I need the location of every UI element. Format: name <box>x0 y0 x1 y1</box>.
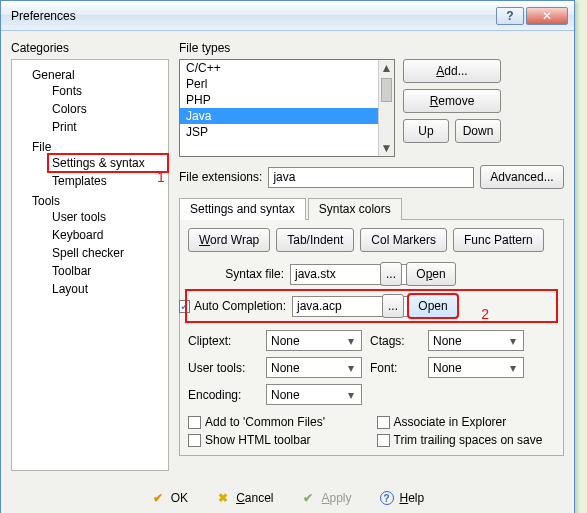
file-type-item[interactable]: Java <box>180 108 378 124</box>
annotation-2: 2 <box>481 306 489 322</box>
chevron-down-icon: ▾ <box>343 333 359 348</box>
titlebar-close-button[interactable]: ✕ <box>526 7 568 25</box>
tab-indent-button[interactable]: Tab/Indent <box>276 228 354 252</box>
tree-item-settings-syntax[interactable]: Settings & syntax <box>48 154 168 172</box>
associate-checkbox[interactable] <box>377 416 390 429</box>
up-button[interactable]: Up <box>403 119 449 143</box>
user-tools-select[interactable]: None▾ <box>266 357 362 378</box>
auto-completion-checkbox[interactable] <box>179 300 190 313</box>
tree-item-user-tools[interactable]: User tools <box>48 208 168 226</box>
html-toolbar-label: Show HTML toolbar <box>205 433 311 447</box>
settings-pane: Word Wrap Tab/Indent Col Markers Func Pa… <box>179 220 564 456</box>
associate-label: Associate in Explorer <box>394 415 507 429</box>
cliptext-label: Cliptext: <box>188 334 258 348</box>
dialog-footer: ✔OK ✖Cancel ✔Apply ?Help <box>1 481 574 513</box>
settings-panel: File types C/C++ Perl PHP Java JSP ▲ ▼ <box>179 41 564 471</box>
file-type-item[interactable]: PHP <box>180 92 378 108</box>
chevron-down-icon: ▾ <box>505 360 521 375</box>
preferences-window: Preferences ? ✕ Categories General Fonts… <box>0 0 575 513</box>
font-label: Font: <box>370 361 420 375</box>
syntax-file-label: Syntax file: <box>188 267 284 281</box>
help-icon: ? <box>380 491 394 505</box>
down-button[interactable]: Down <box>455 119 501 143</box>
file-extensions-label: File extensions: <box>179 170 262 184</box>
tree-item-tools[interactable]: Tools User tools Keyboard Spell checker … <box>28 192 168 300</box>
cross-icon: ✖ <box>216 491 230 505</box>
file-types-label: File types <box>179 41 564 55</box>
tab-settings-syntax[interactable]: Settings and syntax <box>179 198 306 220</box>
check-icon: ✔ <box>301 491 315 505</box>
add-button[interactable]: Add... <box>403 59 501 83</box>
encoding-select[interactable]: None▾ <box>266 384 362 405</box>
tree-item-spell-checker[interactable]: Spell checker <box>48 244 168 262</box>
func-pattern-button[interactable]: Func Pattern <box>453 228 544 252</box>
annotation-1: 1 <box>157 169 165 185</box>
tree-item-layout[interactable]: Layout <box>48 280 168 298</box>
titlebar: Preferences ? ✕ <box>1 1 574 31</box>
auto-completion-label: Auto Completion: <box>194 299 286 313</box>
chevron-down-icon: ▾ <box>343 387 359 402</box>
common-files-label: Add to 'Common Files' <box>205 415 325 429</box>
tree-item-colors[interactable]: Colors <box>48 100 168 118</box>
common-files-checkbox[interactable] <box>188 416 201 429</box>
chevron-down-icon: ▾ <box>343 360 359 375</box>
chevron-down-icon: ▾ <box>505 333 521 348</box>
auto-completion-browse-button[interactable]: ... <box>382 294 404 318</box>
scroll-down-icon[interactable]: ▼ <box>379 140 394 156</box>
tree-item-templates[interactable]: Templates <box>48 172 168 190</box>
cliptext-select[interactable]: None▾ <box>266 330 362 351</box>
syntax-file-browse-button[interactable]: ... <box>380 262 402 286</box>
titlebar-help-button[interactable]: ? <box>496 7 524 25</box>
file-type-item[interactable]: JSP <box>180 124 378 140</box>
html-toolbar-checkbox[interactable] <box>188 434 201 447</box>
user-tools-label: User tools: <box>188 361 258 375</box>
col-markers-button[interactable]: Col Markers <box>360 228 447 252</box>
file-extensions-input[interactable]: java <box>268 167 474 188</box>
tree-item-print[interactable]: Print <box>48 118 168 136</box>
file-type-item[interactable]: C/C++ <box>180 60 378 76</box>
help-button[interactable]: ?Help <box>380 491 425 505</box>
trim-label: Trim trailing spaces on save <box>394 433 543 447</box>
tree-item-toolbar[interactable]: Toolbar <box>48 262 168 280</box>
check-icon: ✔ <box>151 491 165 505</box>
cancel-button[interactable]: ✖Cancel <box>216 491 273 505</box>
ctags-select[interactable]: None▾ <box>428 330 524 351</box>
syntax-file-open-button[interactable]: Open <box>406 262 456 286</box>
tree-item-fonts[interactable]: Fonts <box>48 82 168 100</box>
scroll-thumb[interactable] <box>381 78 392 102</box>
categories-label: Categories <box>11 41 169 55</box>
tree-item-general[interactable]: General Fonts Colors Print <box>28 66 168 138</box>
tabs: Settings and syntax Syntax colors <box>179 197 564 220</box>
file-type-item[interactable]: Perl <box>180 76 378 92</box>
tab-syntax-colors[interactable]: Syntax colors <box>308 198 402 220</box>
encoding-label: Encoding: <box>188 388 258 402</box>
categories-tree[interactable]: General Fonts Colors Print File Settings… <box>11 59 169 471</box>
trim-checkbox[interactable] <box>377 434 390 447</box>
categories-panel: Categories General Fonts Colors Print Fi… <box>11 41 169 471</box>
remove-button[interactable]: Remove <box>403 89 501 113</box>
auto-completion-open-button[interactable]: Open <box>408 294 458 318</box>
ok-button[interactable]: ✔OK <box>151 491 188 505</box>
tree-item-file[interactable]: File Settings & syntax Templates <box>28 138 168 192</box>
tree-item-keyboard[interactable]: Keyboard <box>48 226 168 244</box>
scroll-up-icon[interactable]: ▲ <box>379 60 394 76</box>
font-select[interactable]: None▾ <box>428 357 524 378</box>
file-types-list[interactable]: C/C++ Perl PHP Java JSP ▲ ▼ <box>179 59 395 157</box>
advanced-button[interactable]: Advanced... <box>480 165 564 189</box>
apply-button[interactable]: ✔Apply <box>301 491 351 505</box>
word-wrap-button[interactable]: Word Wrap <box>188 228 270 252</box>
window-title: Preferences <box>7 9 494 23</box>
ctags-label: Ctags: <box>370 334 420 348</box>
file-types-scrollbar[interactable]: ▲ ▼ <box>378 60 394 156</box>
